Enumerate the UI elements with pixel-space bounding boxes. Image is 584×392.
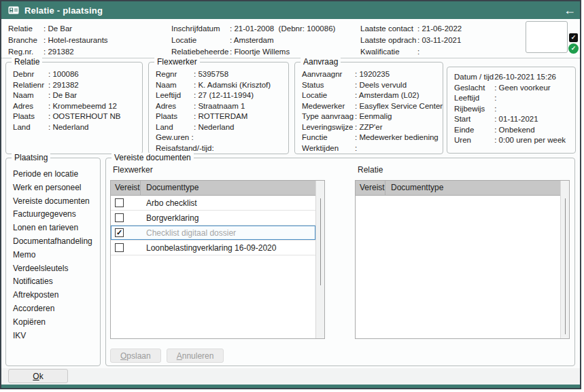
groupbox-legend: Aanvraag <box>300 57 341 67</box>
relatie-documents-table: Vereist Documenttype <box>355 180 570 339</box>
sidebar-item-accorderen[interactable]: Accorderen <box>13 302 100 316</box>
field-label: Status <box>302 80 355 91</box>
sidebar-item-lonen-en-tarieven[interactable]: Lonen en tarieven <box>13 221 100 235</box>
field-value: : 03-11-2021 <box>417 36 461 44</box>
flexwerker-table-body: ✓ Arbo checklist ✓ Borgverklaring ✓ Chec… <box>111 196 315 338</box>
vereist-checkbox[interactable]: ✓ <box>115 228 124 237</box>
field-label: Kwalificatie <box>360 46 417 58</box>
field-label: Rijbewijs <box>454 104 492 115</box>
field-label: Adres <box>156 101 194 112</box>
field-value: : Amsterdam (L02) <box>355 91 419 99</box>
info-row: Status: Deels vervuld <box>302 80 443 91</box>
groupbox-legend: Plaatsing <box>12 153 50 162</box>
sidebar-item-memo[interactable]: Memo <box>13 249 100 262</box>
info-row: Locatie: Amsterdam <box>171 35 335 46</box>
vereist-checkbox[interactable]: ✓ <box>115 198 124 207</box>
info-row: Type aanvraag: Eenmalig <box>302 111 443 122</box>
scrollbar-thumb[interactable] <box>565 198 566 334</box>
field-value: : OOSTERHOUT NB <box>48 112 121 120</box>
ok-button[interactable]: Ok <box>8 369 68 383</box>
documenttype-cell: Borgverklaring <box>141 213 199 223</box>
field-label: Leeftijd <box>156 90 194 101</box>
field-label: Geslacht <box>454 83 492 94</box>
field-value: : Easyflex Service Center <box>355 102 443 110</box>
table-header: Vereist Documenttype <box>111 181 315 196</box>
field-value: : 01-11-2021 <box>494 115 538 123</box>
sidebar-item-documentafhandeling[interactable]: Documentafhandeling <box>13 235 100 249</box>
sidebar-item-aftrekposten[interactable]: Aftrekposten <box>13 289 100 302</box>
documenttype-cell: Loonbelastingverklaring 16-09-2020 <box>141 243 276 253</box>
info-row: Land: Nederland <box>156 122 288 133</box>
header-note-box <box>526 21 568 53</box>
relatie-groupbox: Relatie Debnr: 100086 Relatienr: 291382 … <box>5 62 143 154</box>
sidebar-item-ikv[interactable]: IKV <box>13 329 100 343</box>
groupbox-legend: Relatie <box>12 57 42 67</box>
documenttype-cell: Checklist digitaal dossier <box>141 228 236 238</box>
window-accent-strip <box>1 385 581 388</box>
field-value: : Onbekend <box>494 126 534 134</box>
sidebar-item-factuurgegevens[interactable]: Factuurgegevens <box>13 208 100 221</box>
field-value: : Medewerker bediening <box>355 133 439 141</box>
table-row[interactable]: ✓ Arbo checklist <box>111 196 315 211</box>
scrollbar-thumb[interactable] <box>320 198 321 285</box>
main-area: Relatie Debnr: 100086 Relatienr: 291382 … <box>1 58 581 387</box>
info-row: Relatie: De Bar <box>8 23 108 35</box>
contact-card-icon <box>8 6 19 14</box>
info-row: Leeftijd : <box>454 93 575 104</box>
opslaan-button[interactable]: Opslaan <box>110 349 161 363</box>
sidebar-item-vereiste-documenten[interactable]: Vereiste documenten <box>13 195 100 209</box>
flexwerker-groupbox: Flexwerker Regnr: 5395758 Naam: K. Adams… <box>148 62 289 154</box>
field-label: Adres <box>13 101 48 112</box>
field-value: 26-10-2021 15:26 <box>494 73 556 81</box>
field-value: : 291382 <box>48 81 79 89</box>
field-label: Naam <box>156 80 194 91</box>
field-value: : Geen voorkeur <box>494 84 550 92</box>
annuleren-button[interactable]: Annuleren <box>167 349 224 363</box>
field-value: : 291382 <box>44 48 74 56</box>
field-label: Relatienr <box>13 80 48 91</box>
field-label: Relatiebeheerde <box>171 46 230 58</box>
field-label: Laatste opdrach <box>360 35 417 46</box>
field-label: Land <box>156 122 194 133</box>
back-arrow-icon[interactable]: ← <box>564 4 576 16</box>
table-row[interactable]: ✓ Loonbelastingverklaring 16-09-2020 <box>111 240 315 255</box>
info-row: Laatste opdrach: 03-11-2021 <box>360 35 462 46</box>
info-row: Adres: Krommebeemd 12 <box>13 101 142 112</box>
vereiste-documenten-groupbox: Vereiste documenten Flexwerker Relatie V… <box>105 158 575 366</box>
column-header-vereist: Vereist <box>356 181 385 195</box>
info-row: Naam: De Bar <box>13 90 142 101</box>
field-value: : Krommebeemd 12 <box>48 102 117 110</box>
field-label: Plaats <box>13 111 48 122</box>
flexwerker-documents-table: Vereist Documenttype ✓ Arbo checklist ✓ … <box>110 180 325 339</box>
field-value: : 0:00 uren per week <box>494 136 566 144</box>
info-row: Datum / tijd 26-10-2021 15:26 <box>454 72 575 83</box>
field-label: Debnr <box>13 69 48 80</box>
info-row: Uren : 0:00 uren per week <box>454 135 575 146</box>
info-row: Werktijden: <box>302 143 443 154</box>
sidebar-item-notificaties[interactable]: Notificaties <box>13 275 100 289</box>
green-check-icon[interactable]: ✓ <box>568 43 579 54</box>
info-row: Rijbewijs : <box>454 104 575 115</box>
vereist-checkbox[interactable]: ✓ <box>115 213 124 222</box>
field-label: Reisafstand/-tijd: <box>156 143 214 154</box>
scrollbar[interactable] <box>560 181 569 338</box>
sidebar-item-periode-en-locatie[interactable]: Periode en locatie <box>13 168 100 181</box>
scrollbar[interactable] <box>315 181 324 338</box>
info-row: Laatste contact: 21-06-2022 <box>360 23 462 35</box>
column-header-vereist: Vereist <box>111 181 141 195</box>
sidebar-item-kopieren[interactable]: Kopiëren <box>13 316 100 329</box>
vereist-checkbox[interactable]: ✓ <box>115 243 124 252</box>
sidebar-item-werk-en-personeel[interactable]: Werk en personeel <box>13 181 100 195</box>
plaatsing-groupbox: Plaatsing Periode en locatie Werk en per… <box>5 158 101 366</box>
sidebar-item-verdeelsleutels[interactable]: Verdeelsleutels <box>13 262 100 276</box>
info-row: Land: Nederland <box>13 122 142 133</box>
black-checkbox-icon[interactable]: ✓ <box>569 33 578 42</box>
table-row[interactable]: ✓ Borgverklaring <box>111 211 315 226</box>
field-value: : ZZP'er <box>355 123 383 131</box>
field-label: Datum / tijd <box>454 72 492 83</box>
field-label: Leveringswijze <box>302 122 355 133</box>
field-value: : 27 (12-11-1994) <box>194 91 254 99</box>
table-row[interactable]: ✓ Checklist digitaal dossier <box>111 226 315 240</box>
field-label: Start <box>454 114 492 125</box>
field-value: : <box>494 105 496 113</box>
